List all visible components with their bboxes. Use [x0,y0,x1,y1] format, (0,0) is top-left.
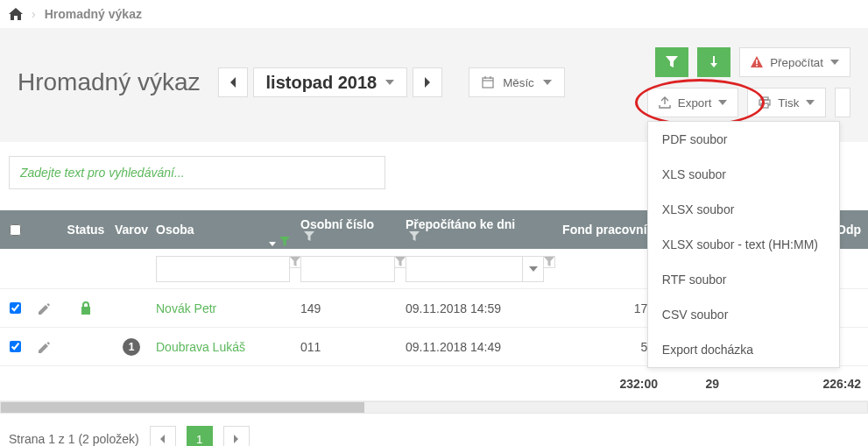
cell-num: 011 [295,340,400,354]
cell-date: 09.11.2018 14:59 [400,301,549,315]
svg-rect-4 [756,60,758,64]
col-num[interactable]: Osobní číslo [295,217,400,242]
col-date[interactable]: Přepočítáno ke dni [400,217,549,242]
chevron-down-icon [718,100,727,105]
filter-icon[interactable] [304,231,314,242]
export-option-rtf[interactable]: RTF soubor [648,262,839,297]
scrollbar-thumb[interactable] [1,402,364,413]
export-button[interactable]: Export [647,88,739,117]
recalculate-label: Přepočítat [770,56,823,69]
col-warn[interactable]: Varov [112,223,151,237]
edit-row-button[interactable] [30,302,60,315]
next-month-button[interactable] [413,67,442,97]
chevron-down-icon [806,100,815,105]
pager: Strana 1 z 1 (2 položek) 1 [0,414,868,446]
breadcrumb: › Hromadný výkaz [0,0,868,28]
chevron-right-icon: › [32,7,36,21]
export-option-attendance[interactable]: Export docházka [648,332,839,367]
total-off: 226:42 [724,377,868,391]
svg-rect-5 [756,65,758,67]
chevron-down-icon [830,60,839,65]
grid-footer: 232:00 29 226:42 [0,366,868,401]
svg-rect-0 [483,78,493,88]
cell-date: 09.11.2018 14:49 [400,340,549,354]
print-button[interactable]: Tisk [747,88,826,117]
calendar-icon [482,76,494,88]
export-dropdown: PDF soubor XLS soubor XLSX soubor XLSX s… [647,121,840,368]
sort-icon [269,237,276,246]
warning-badge[interactable]: 1 [123,338,140,356]
prev-month-button[interactable] [218,67,248,97]
export-option-xlsx-text[interactable]: XLSX soubor - text (HH:MM) [648,227,839,262]
person-link[interactable]: Doubrava Lukáš [156,340,245,354]
total-days: 29 [663,377,724,391]
edit-row-button[interactable] [30,341,60,353]
recalculate-button[interactable]: Přepočítat [739,47,850,77]
export-label: Export [678,96,712,110]
filter-person-input[interactable] [157,262,289,275]
export-option-xlsx[interactable]: XLSX soubor [648,192,839,227]
period-label: Měsíc [503,76,534,89]
filter-date-input[interactable] [406,262,522,275]
filter-date-funnel[interactable] [544,256,555,268]
col-num-label: Osobní číslo [300,217,374,231]
filter-icon[interactable] [279,237,290,247]
filter-date-picker[interactable] [522,257,543,281]
total-fund: 232:00 [549,377,663,391]
svg-rect-8 [761,103,768,108]
chevron-down-icon [385,80,394,85]
pager-page-button[interactable]: 1 [187,426,213,446]
warning-icon [751,56,763,68]
search-input[interactable] [9,156,385,189]
col-person-label: Osoba [156,223,194,237]
horizontal-scrollbar[interactable] [0,401,868,414]
col-status[interactable]: Status [60,223,112,237]
row-checkbox[interactable] [10,341,21,352]
pager-prev-button[interactable] [150,426,176,446]
export-option-csv[interactable]: CSV soubor [648,297,839,332]
period-selector[interactable]: Měsíc [469,67,565,97]
select-all-checkbox[interactable] [10,224,21,236]
more-button[interactable] [835,88,850,117]
month-label: listopad 2018 [266,73,378,93]
chevron-down-icon [543,80,552,85]
columns-toggle-button[interactable] [697,47,730,77]
row-checkbox[interactable] [10,302,21,314]
pager-summary: Strana 1 z 1 (2 položek) [9,432,139,446]
pager-next-button[interactable] [223,426,250,446]
col-person[interactable]: Osoba [151,223,295,237]
home-icon[interactable] [9,8,23,20]
export-icon [659,96,671,109]
cell-fund: 176: [549,301,663,315]
page-title: Hromadný výkaz [18,68,201,96]
month-selector[interactable]: listopad 2018 [253,67,408,97]
cell-fund: 56: [549,340,663,354]
print-label: Tisk [778,96,799,110]
cell-num: 149 [295,301,400,315]
breadcrumb-current[interactable]: Hromadný výkaz [45,7,142,21]
export-option-pdf[interactable]: PDF soubor [648,122,839,157]
filter-toggle-button[interactable] [655,47,688,77]
print-icon [759,96,771,109]
lock-icon [80,301,92,315]
col-fund[interactable]: Fond pracovní d [549,223,663,237]
filter-icon[interactable] [409,231,420,242]
titlebar: Hromadný výkaz listopad 2018 Měsíc [0,28,868,142]
person-link[interactable]: Novák Petr [156,301,216,315]
filter-num-input[interactable] [301,262,394,275]
col-date-label: Přepočítáno ke dni [406,217,515,231]
filter-person-funnel[interactable] [290,256,301,268]
export-option-xls[interactable]: XLS soubor [648,157,839,192]
